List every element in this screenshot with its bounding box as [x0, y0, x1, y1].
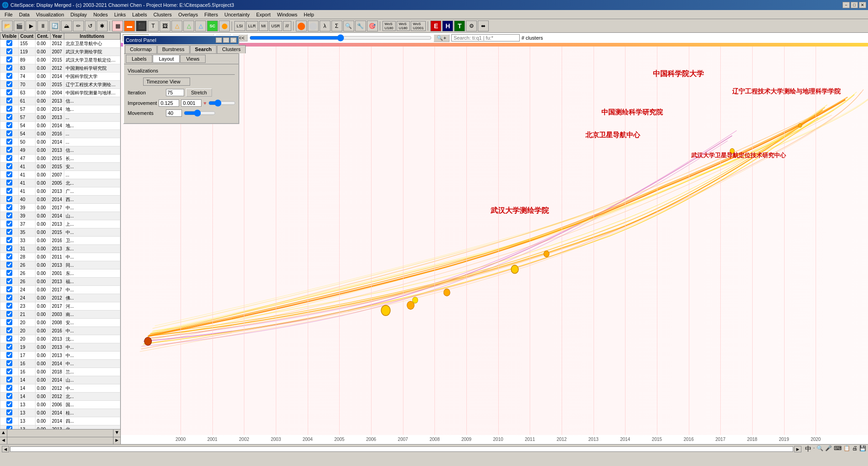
grid-button[interactable]: ▦ [112, 21, 123, 31]
cell-visible[interactable] [0, 376, 19, 384]
table-row[interactable]: 39 0.00 2017 中... [0, 204, 120, 212]
mi-button[interactable]: MI [259, 21, 268, 31]
tool-button[interactable]: 🔧 [355, 21, 366, 31]
e-button[interactable]: E [430, 21, 441, 31]
text-button[interactable]: T [148, 21, 159, 31]
cell-visible[interactable] [0, 368, 19, 376]
cp-minimize[interactable]: − [216, 37, 222, 43]
table-row[interactable]: 54 0.00 2014 地... [0, 122, 120, 130]
scrollbar-track[interactable] [7, 430, 113, 437]
cell-visible[interactable] [0, 220, 19, 228]
wos3-button[interactable]: WoSU2001 [411, 21, 426, 31]
cell-visible[interactable] [0, 146, 19, 155]
cp-tab-burstness[interactable]: Burstness [157, 45, 190, 53]
cell-visible[interactable] [0, 138, 19, 146]
menu-item-file[interactable]: File [2, 11, 16, 18]
cell-visible[interactable] [0, 261, 19, 269]
cp-subtab-layout[interactable]: Layout [153, 55, 180, 63]
table-row[interactable]: 37 0.00 2013 上... [0, 220, 120, 228]
table-row[interactable]: 16 0.00 2014 中... [0, 360, 120, 368]
search-input[interactable] [451, 34, 520, 41]
table-row[interactable]: 26 0.00 2001 东... [0, 269, 120, 278]
table-row[interactable]: 14 0.00 2012 中... [0, 384, 120, 393]
cell-visible[interactable] [0, 327, 19, 335]
menu-item-nodes[interactable]: Nodes [91, 11, 111, 18]
table-row[interactable]: 74 0.00 2014 中国科学院大学 [0, 72, 120, 81]
cell-visible[interactable] [0, 286, 19, 294]
table-row[interactable]: 24 0.00 2012 佛... [0, 294, 120, 302]
menu-item-visualization[interactable]: Visualization [33, 11, 67, 18]
h-scroll-left[interactable]: ◄ [2, 446, 9, 452]
cell-visible[interactable] [0, 97, 19, 105]
orange-circle[interactable]: ⬤ [296, 21, 307, 31]
cell-visible[interactable] [0, 417, 19, 425]
table-row[interactable]: 41 0.00 2013 广... [0, 187, 120, 196]
cp-tab-clusters[interactable]: Clusters [217, 45, 245, 53]
table-row[interactable]: 39 0.00 2014 山... [0, 212, 120, 220]
menu-item-overlays[interactable]: Overlays [176, 11, 201, 18]
table-row[interactable]: 41 0.00 2007 ... [0, 171, 120, 179]
table-row[interactable]: 23 0.00 2017 河... [0, 302, 120, 311]
cell-visible[interactable] [0, 393, 19, 401]
settings-button[interactable]: ⚙ [466, 21, 477, 31]
wos2-button[interactable]: WoSU180 [397, 21, 410, 31]
stretch-button[interactable]: Stretch [186, 88, 212, 97]
cell-visible[interactable] [0, 278, 19, 286]
t-button[interactable]: T [454, 21, 465, 31]
cell-visible[interactable] [0, 343, 19, 352]
cell-visible[interactable] [0, 311, 19, 319]
cell-visible[interactable] [0, 319, 19, 327]
h-scrollbar[interactable] [10, 446, 793, 452]
cell-visible[interactable] [0, 171, 19, 179]
close-button[interactable]: ✕ [859, 2, 866, 8]
zoom-in-button[interactable]: 🔍+ [434, 34, 449, 42]
table-row[interactable]: 26 0.00 2013 福... [0, 278, 120, 286]
movements-value[interactable] [166, 109, 182, 117]
menu-item-links[interactable]: Links [111, 11, 129, 18]
table-row[interactable]: 119 0.00 2007 武汉大学测绘学院 [0, 48, 120, 56]
zoom-button[interactable]: 🔍 [343, 21, 354, 31]
table-row[interactable]: 13 0.00 2014 四... [0, 417, 120, 425]
scroll-left[interactable]: ◄ [0, 437, 7, 444]
cell-visible[interactable] [0, 237, 19, 245]
cell-visible[interactable] [0, 179, 19, 187]
block-button[interactable]: ⬛ [136, 21, 147, 31]
cell-visible[interactable] [0, 245, 19, 253]
cell-visible[interactable] [0, 204, 19, 212]
table-row[interactable]: 21 0.00 2003 南... [0, 311, 120, 319]
scroll-up[interactable]: ▲ [0, 430, 7, 437]
table-row[interactable]: 31 0.00 2013 东... [0, 245, 120, 253]
table-row[interactable]: 14 0.00 2014 山... [0, 376, 120, 384]
table-row[interactable]: 14 0.00 2012 北... [0, 393, 120, 401]
table-row[interactable]: 89 0.00 2015 武汉大学卫星导航定位技... [0, 56, 120, 64]
table-row[interactable]: 47 0.00 2015 长... [0, 155, 120, 163]
cell-visible[interactable] [0, 335, 19, 343]
h-button[interactable]: H [442, 21, 453, 31]
lsi-button[interactable]: LSI [234, 21, 245, 31]
pen-button[interactable]: ✏ [73, 21, 84, 31]
iteration-input[interactable] [166, 89, 184, 96]
h-scrollbar-track[interactable] [7, 437, 113, 444]
cell-visible[interactable] [0, 294, 19, 302]
cell-visible[interactable] [0, 81, 19, 89]
menu-item-labels[interactable]: Labels [129, 11, 150, 18]
tri1-button[interactable]: △ [171, 21, 182, 31]
table-row[interactable]: 16 0.00 2018 兰... [0, 368, 120, 376]
horizontal-scroll[interactable]: ◄ ► [0, 437, 120, 444]
undo-button[interactable]: ↺ [85, 21, 96, 31]
star-button[interactable]: ✱ [97, 21, 108, 31]
cell-visible[interactable] [0, 56, 19, 64]
cell-visible[interactable] [0, 384, 19, 393]
improvement-val1[interactable] [159, 99, 179, 107]
cp-close[interactable]: ✕ [230, 37, 237, 43]
bar-button[interactable]: ▬ [124, 21, 135, 31]
cp-tab-colormap[interactable]: Colormap [125, 45, 157, 53]
cell-visible[interactable] [0, 360, 19, 368]
cp-subtab-views[interactable]: Views [180, 55, 205, 63]
menu-item-filters[interactable]: Filters [202, 11, 221, 18]
expand-button[interactable]: ⬌ [478, 21, 489, 31]
table-row[interactable]: 20 0.00 2013 沈... [0, 335, 120, 343]
cell-visible[interactable] [0, 89, 19, 97]
menu-item-data[interactable]: Data [16, 11, 32, 18]
tri2-button[interactable]: △ [183, 21, 194, 31]
